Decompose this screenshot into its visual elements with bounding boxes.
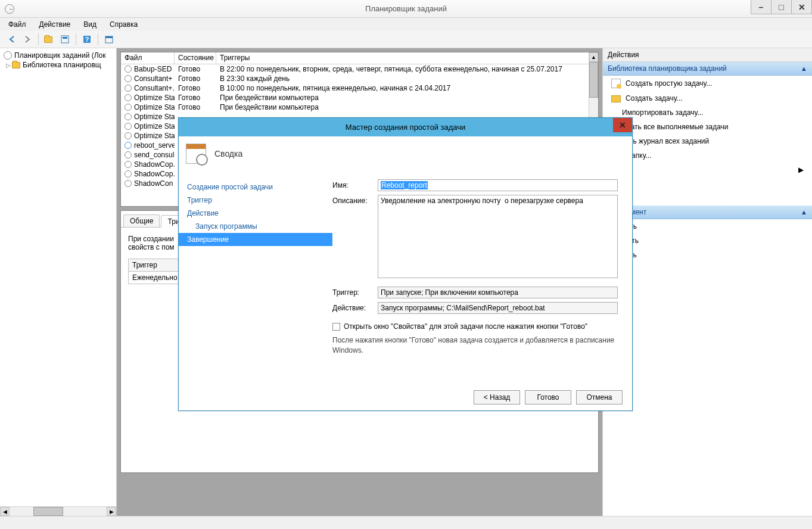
toolbar-separator xyxy=(98,33,98,45)
scroll-thumb[interactable] xyxy=(589,62,598,98)
svg-text:?: ? xyxy=(85,36,89,43)
action-item-truncated-2[interactable]: ка xyxy=(603,191,812,206)
properties-button[interactable] xyxy=(58,32,72,46)
scroll-up-button[interactable]: ▲ xyxy=(589,52,598,62)
action-new-folder[interactable]: ь папку... xyxy=(603,148,812,163)
menu-help[interactable]: Справка xyxy=(106,19,141,30)
col-file[interactable]: Файл xyxy=(121,52,175,64)
task-name: Consultant+... xyxy=(134,84,175,92)
tree-scrollbar[interactable]: ◀ ▶ xyxy=(0,506,116,516)
action-delete[interactable]: ь xyxy=(603,291,812,305)
task-trigger: При бездействии компьютера xyxy=(216,94,598,102)
actions-panel: Действия Библиотека планировщика заданий… xyxy=(602,48,812,516)
task-row[interactable]: Babup-SEDГотовоВ 22:00 по понедельник, в… xyxy=(121,64,598,74)
nav-forward-button[interactable] xyxy=(20,32,35,46)
input-description[interactable] xyxy=(378,195,618,278)
task-clock-icon xyxy=(125,170,132,178)
tab-general[interactable]: Общие xyxy=(123,214,160,227)
task-name-cell: Babup-SED xyxy=(121,65,175,73)
task-name-cell: reboot_server xyxy=(121,141,175,150)
scroll-thumb[interactable] xyxy=(33,507,63,516)
action-disable[interactable]: чить xyxy=(603,248,812,262)
actions-section-label: Библиотека планировщика заданий xyxy=(608,64,727,73)
name-value: Reboot_report xyxy=(381,181,428,189)
menu-action[interactable]: Действие xyxy=(36,19,74,30)
action-create-task[interactable]: Создать задачу... xyxy=(603,91,812,105)
action-more[interactable]: ▶ xyxy=(603,163,812,177)
tree-root-label: Планировщик заданий (Лок xyxy=(14,51,106,60)
window-controls: – □ ✕ xyxy=(751,0,812,14)
task-row[interactable]: Optimize Sta...ГотовоПри бездействии ком… xyxy=(121,93,598,102)
actions-section-selected[interactable]: ый элемент ▲ xyxy=(603,206,812,219)
task-name: Optimize Sta... xyxy=(134,113,175,121)
action-run[interactable]: нить xyxy=(603,219,812,234)
scroll-track[interactable] xyxy=(10,507,107,516)
task-row[interactable]: Optimize Sta...ГотовоПри бездействии ком… xyxy=(121,102,598,112)
scroll-right-button[interactable]: ▶ xyxy=(107,507,116,516)
task-clock-icon xyxy=(125,66,132,73)
task-name-cell: ShadowCop... xyxy=(121,160,175,169)
nav-create-task[interactable]: Создание простой задачи xyxy=(179,181,332,194)
action-create-simple-task[interactable]: Создать простую задачу... xyxy=(603,76,812,91)
action-item-truncated-1[interactable]: ить xyxy=(603,177,812,191)
menu-view[interactable]: Вид xyxy=(80,19,100,30)
task-name: Optimize Sta... xyxy=(134,103,175,111)
actions-panel-title: Действия xyxy=(603,48,812,62)
open-properties-checkbox[interactable] xyxy=(332,323,340,331)
task-name: ShadowCop... xyxy=(134,170,175,178)
new-task-icon xyxy=(611,95,621,102)
tree-library[interactable]: ▷ Библиотека планировщ xyxy=(2,60,114,70)
action-import-task[interactable]: Импортировать задачу... xyxy=(603,105,812,120)
task-clock-icon xyxy=(125,75,132,82)
close-window-button[interactable]: ✕ xyxy=(791,0,812,14)
dialog-close-button[interactable]: ✕ xyxy=(613,118,632,132)
task-name: Babup-SED xyxy=(134,65,172,73)
checkbox-label[interactable]: Открыть окно "Свойства" для этой задачи … xyxy=(344,322,587,331)
expand-icon[interactable]: ▷ xyxy=(6,62,12,69)
calendar-button[interactable] xyxy=(102,32,116,46)
tree-panel: Планировщик заданий (Лок ▷ Библиотека пл… xyxy=(0,48,117,516)
col-state[interactable]: Состояние xyxy=(175,52,216,64)
action-export[interactable]: т... xyxy=(603,262,812,276)
task-trigger: При бездействии компьютера xyxy=(216,103,598,111)
tree-root[interactable]: Планировщик заданий (Лок xyxy=(2,51,114,60)
action-properties[interactable]: ва xyxy=(603,276,812,291)
wizard-calendar-icon xyxy=(186,144,206,164)
nav-action[interactable]: Действие xyxy=(179,207,332,220)
input-name[interactable]: Reboot_report xyxy=(378,179,618,191)
menu-file[interactable]: Файл xyxy=(5,19,30,30)
task-name-cell: Consultant+... xyxy=(121,84,175,92)
action-end[interactable]: шить xyxy=(603,234,812,248)
nav-back-button[interactable] xyxy=(5,32,19,46)
task-trigger: В 22:00 по понедельник, вторник, среда, … xyxy=(216,65,598,73)
scroll-left-button[interactable]: ◀ xyxy=(0,507,10,516)
minimize-button[interactable]: – xyxy=(751,0,771,14)
action-show-running[interactable]: ажать все выполняемые задачи xyxy=(603,120,812,134)
menu-bar: Файл Действие Вид Справка xyxy=(0,18,812,31)
task-row[interactable]: Consultant+ГотовоВ 23:30 каждый день xyxy=(121,74,598,83)
maximize-button[interactable]: □ xyxy=(771,0,792,14)
back-button[interactable]: < Назад xyxy=(474,390,520,404)
task-clock-icon xyxy=(125,142,132,149)
finish-button[interactable]: Готово xyxy=(525,390,571,404)
collapse-icon[interactable]: ▲ xyxy=(801,65,807,72)
up-level-button[interactable] xyxy=(42,32,57,46)
actions-section-library[interactable]: Библиотека планировщика заданий ▲ xyxy=(603,62,812,76)
open-properties-checkbox-row: Открыть окно "Свойства" для этой задачи … xyxy=(332,322,618,331)
task-row[interactable]: Consultant+...ГотовоВ 10:00 по понедельн… xyxy=(121,83,598,93)
action-help-item[interactable]: ка xyxy=(603,305,812,319)
nav-run-program[interactable]: Запуск программы xyxy=(179,220,332,233)
cancel-button[interactable]: Отмена xyxy=(576,390,623,404)
action-label: Создать задачу... xyxy=(626,94,683,102)
action-enable-log[interactable]: чить журнал всех заданий xyxy=(603,134,812,148)
help-button[interactable]: ? xyxy=(80,32,94,46)
collapse-icon[interactable]: ▲ xyxy=(801,209,807,216)
dialog-title-bar[interactable]: Мастер создания простой задачи ✕ xyxy=(179,118,632,136)
nav-finish[interactable]: Завершение xyxy=(179,233,332,246)
form-row-trigger: Триггер: При запуске; При включении комп… xyxy=(332,287,618,298)
task-trigger: В 23:30 каждый день xyxy=(216,74,598,83)
col-triggers[interactable]: Триггеры xyxy=(216,52,598,64)
value-trigger: При запуске; При включении компьютера xyxy=(378,287,618,298)
task-trigger: В 10:00 по понедельник, пятница еженедел… xyxy=(216,84,598,92)
nav-trigger[interactable]: Триггер xyxy=(179,194,332,207)
